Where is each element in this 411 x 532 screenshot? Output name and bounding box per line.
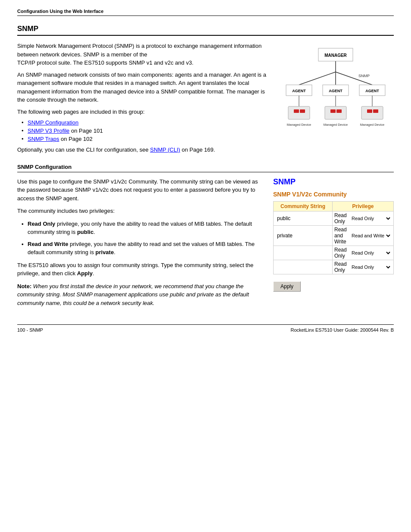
footer-right: RocketLinx ES7510 User Guide: 2000544 Re… xyxy=(291,327,394,333)
community-table: Community String Privilege Read Only xyxy=(273,201,394,274)
intro-text: Simple Network Management Protocol (SNMP… xyxy=(17,42,273,158)
community-input-2[interactable] xyxy=(275,232,330,240)
optional-text: Optionally, you can use the CLI for conf… xyxy=(17,146,273,154)
community-string-2[interactable] xyxy=(274,225,333,246)
privilege-select-4[interactable]: Read Only Read and Write xyxy=(350,264,392,270)
intro-area: Simple Network Management Protocol (SNMP… xyxy=(17,42,394,158)
privilege-read-write: Read and Write privilege, you have the a… xyxy=(22,240,260,257)
network-diagram: MANAGER SNMP AGENT AGENT xyxy=(282,46,394,158)
svg-text:Managed Device: Managed Device xyxy=(287,123,311,127)
page-footer: 100 - SNMP RocketLinx ES7510 User Guide:… xyxy=(17,324,394,333)
table-row: Read Only Read Only Read and Write xyxy=(274,246,394,260)
privilege-text-2: Read and Write xyxy=(334,227,350,245)
svg-text:AGENT: AGENT xyxy=(292,89,306,93)
svg-rect-17 xyxy=(288,106,310,119)
apply-inline: Apply xyxy=(77,270,93,277)
list-item-traps: SNMP Traps on Page 102 xyxy=(22,136,273,142)
col-header-community: Community String xyxy=(274,201,333,211)
note-text: When you first install the device in you… xyxy=(17,283,249,306)
svg-rect-24 xyxy=(367,109,372,113)
section-divider xyxy=(17,35,394,36)
intro-para-1: Simple Network Management Protocol (SNMP… xyxy=(17,42,273,67)
snmp-v1v2-title: SNMP V1/V2c Community xyxy=(273,191,394,198)
snmp-config-link[interactable]: SNMP Configuration xyxy=(28,119,78,126)
privilege-select-3[interactable]: Read Only Read and Write xyxy=(350,250,392,256)
config-para-2: The community includes two privileges: xyxy=(17,207,260,215)
private-default: private xyxy=(96,249,114,255)
diagram-svg: MANAGER SNMP AGENT AGENT xyxy=(282,46,389,141)
svg-text:SNMP: SNMP xyxy=(358,74,370,78)
privilege-select-2[interactable]: Read Only Read and Write xyxy=(350,233,392,239)
svg-rect-25 xyxy=(373,109,378,113)
privilege-text-4: Read Only xyxy=(334,261,350,273)
privilege-text-3: Read Only xyxy=(334,247,350,259)
v3-suffix: on Page 101 xyxy=(69,128,103,134)
svg-text:AGENT: AGENT xyxy=(329,89,342,93)
svg-text:AGENT: AGENT xyxy=(365,89,379,93)
community-input-1[interactable] xyxy=(275,215,330,222)
svg-rect-22 xyxy=(336,109,342,113)
svg-text:Managed Device: Managed Device xyxy=(360,123,384,127)
read-write-label: Read and Write xyxy=(28,241,68,247)
privilege-cell-3: Read Only Read Only Read and Write xyxy=(333,246,394,260)
snmp-panel: SNMP SNMP V1/V2c Community Community Str… xyxy=(273,177,394,308)
col-header-privilege: Privilege xyxy=(333,201,394,211)
svg-rect-20 xyxy=(325,106,346,119)
table-row: Read Only Read Only Read and Write xyxy=(274,211,394,225)
config-para-3: The ES7510 allows you to assign four com… xyxy=(17,261,260,278)
privilege-cell-1: Read Only Read Only Read and Write xyxy=(333,211,394,225)
config-para-1: Use this page to configure the SNMP v1/v… xyxy=(17,177,260,203)
privileges-list: Read Only privilege, you only have the a… xyxy=(22,220,260,257)
page-title: SNMP xyxy=(17,25,394,33)
page-header: Configuration Using the Web Interface xyxy=(17,9,394,16)
svg-rect-18 xyxy=(294,109,299,113)
apply-button[interactable]: Apply xyxy=(273,281,301,292)
community-string-3[interactable] xyxy=(274,246,333,260)
header-text: Configuration Using the Web Interface xyxy=(17,9,103,14)
svg-rect-21 xyxy=(330,109,336,113)
snmp-v3-profile-link[interactable]: SNMP V3 Profile xyxy=(28,128,69,134)
links-list: SNMP Configuration SNMP V3 Profile on Pa… xyxy=(22,119,273,142)
table-row: Read and Write Read Only Read and Write xyxy=(274,225,394,246)
read-only-label: Read Only xyxy=(28,221,55,227)
snmp-config-subtitle: SNMP Configuration xyxy=(17,164,394,170)
community-string-4[interactable] xyxy=(274,260,333,274)
svg-line-3 xyxy=(299,72,336,85)
config-text: Use this page to configure the SNMP v1/v… xyxy=(17,177,260,308)
svg-rect-19 xyxy=(300,109,305,113)
privilege-cell-2: Read and Write Read Only Read and Write xyxy=(333,225,394,246)
privilege-cell-4: Read Only Read Only Read and Write xyxy=(333,260,394,274)
note-block: Note: When you first install the device … xyxy=(17,282,260,308)
community-input-4[interactable] xyxy=(275,263,330,271)
traps-suffix: on Page 102 xyxy=(59,136,92,142)
intro-para-3: The following web pages are included in … xyxy=(17,108,273,116)
footer-left: 100 - SNMP xyxy=(17,327,43,333)
privilege-read-only: Read Only privilege, you only have the a… xyxy=(22,220,260,236)
svg-rect-23 xyxy=(361,106,383,119)
list-item-v3-profile: SNMP V3 Profile on Page 101 xyxy=(22,128,273,134)
snmp-panel-title: SNMP xyxy=(273,177,394,187)
svg-text:MANAGER: MANAGER xyxy=(324,53,347,58)
privilege-text-1: Read Only xyxy=(334,212,350,224)
snmp-cli-link[interactable]: SNMP (CLI) xyxy=(150,146,180,153)
intro-para-2: An SNMP managed network consists of two … xyxy=(17,71,273,104)
community-input-3[interactable] xyxy=(275,249,330,257)
privilege-select-1[interactable]: Read Only Read and Write xyxy=(350,215,392,221)
note-label: Note: xyxy=(17,283,31,289)
sub-divider xyxy=(17,172,394,172)
cli-suffix: on Page 169. xyxy=(180,146,215,153)
snmp-traps-link[interactable]: SNMP Traps xyxy=(28,136,59,142)
list-item-snmp-config: SNMP Configuration xyxy=(22,119,273,126)
config-layout: Use this page to configure the SNMP v1/v… xyxy=(17,177,394,308)
svg-text:Managed Device: Managed Device xyxy=(324,123,348,127)
public-default: public xyxy=(77,229,93,235)
table-row: Read Only Read Only Read and Write xyxy=(274,260,394,274)
community-string-1[interactable] xyxy=(274,211,333,225)
